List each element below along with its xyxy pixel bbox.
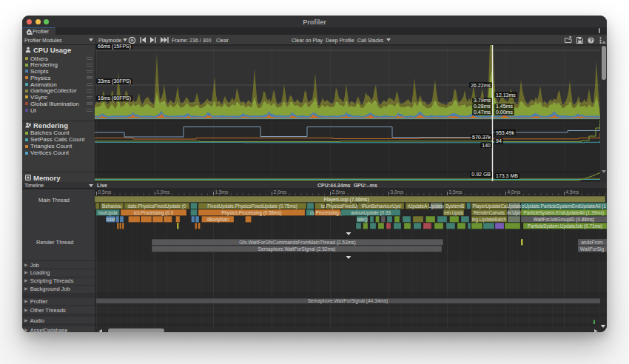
svg-text:dBodyNan: dBodyNan xyxy=(206,216,229,222)
svg-text:PlayerUpdateCa: PlayerUpdateCa xyxy=(472,203,507,209)
svg-text:SystemB: SystemB xyxy=(445,203,464,209)
svg-text:4.5ms: 4.5ms xyxy=(566,189,579,195)
svg-text:2.0ms: 2.0ms xyxy=(274,189,287,195)
svg-text:PlayerLoop (7.66ms): PlayerLoop (7.66ms) xyxy=(323,196,369,202)
svg-text:Behaviou: Behaviou xyxy=(102,203,122,208)
svg-text:andsFrom: andsFrom xyxy=(581,239,603,244)
svg-text:4.0ms: 4.0ms xyxy=(508,189,521,195)
svg-text:ing.UpdateBatch: ing.UpdateBatch xyxy=(472,216,507,222)
svg-text:Physics.Processing (0.58ms): Physics.Processing (0.58ms) xyxy=(221,209,281,215)
svg-text:Semaphore.WaitForSignal (2.52m: Semaphore.WaitForSignal (2.52ms) xyxy=(258,246,336,252)
svg-text:1.0ms: 1.0ms xyxy=(157,189,170,195)
svg-text:late(): late() xyxy=(357,216,367,222)
svg-text:1.5ms: 1.5ms xyxy=(215,189,229,195)
svg-text:rUpdateA: rUpdateA xyxy=(408,203,428,209)
svg-text:Update(: Update( xyxy=(428,203,445,209)
svg-text:te.PhysicsFixedUpd: te.PhysicsFixedUpd xyxy=(321,203,363,209)
svg-text:WaitForSig: WaitForSig xyxy=(580,246,605,252)
svg-text:em.Upda: em.Upda xyxy=(444,209,463,215)
svg-text:tRunBehaviourUpd: tRunBehaviourUpd xyxy=(361,203,401,209)
svg-text:2.5ms: 2.5ms xyxy=(332,189,346,195)
svg-text:er.Upd: er.Upd xyxy=(507,209,521,215)
svg-text:RenderCanvas: RenderCanvas xyxy=(474,209,505,215)
svg-text:bdat: bdat xyxy=(106,216,115,221)
svg-text:eUpdate.ParticleSystemEndUpdat: eUpdate.ParticleSystemEndUpdateAll (1 xyxy=(522,203,606,209)
svg-text:3.0ms: 3.0ms xyxy=(391,189,404,195)
svg-text:iourUpda: iourUpda xyxy=(98,209,118,215)
svg-text:Semaphore.WaitForSignal (44.34: Semaphore.WaitForSignal (44.34ms) xyxy=(308,298,388,304)
svg-text:WaitForJobGroupID (0.88ms): WaitForJobGroupID (0.88ms) xyxy=(534,216,594,222)
svg-text:aviourUpdate (0.33: aviourUpdate (0.33 xyxy=(351,209,391,215)
svg-text:FixedUpdate.PhysicsFixedUpdate: FixedUpdate.PhysicsFixedUpdate (0.75ms) xyxy=(207,203,297,209)
svg-text:3.5ms: 3.5ms xyxy=(449,189,462,195)
svg-text:ParticleSystem.EndUpdateAll (1: ParticleSystem.EndUpdateAll (1.39ms) xyxy=(524,209,605,215)
svg-text:ParticleSystem.UpdateJob (0.71: ParticleSystem.UpdateJob (0.71ms) xyxy=(528,223,602,229)
svg-text:Update: Update xyxy=(507,203,522,209)
svg-text:cs.Processing (0.: cs.Processing (0. xyxy=(310,209,346,215)
svg-text:Gfx.WaitForGfxCommandsFromMain: Gfx.WaitForGfxCommandsFromMainThread (2.… xyxy=(239,239,355,245)
svg-text:date.PhysicsFixedUpdate (0: date.PhysicsFixedUpdate (0 xyxy=(128,203,186,209)
svg-text:ics.Processing (0.3: ics.Processing (0.3 xyxy=(134,209,174,215)
svg-text:0.5ms: 0.5ms xyxy=(98,189,112,195)
